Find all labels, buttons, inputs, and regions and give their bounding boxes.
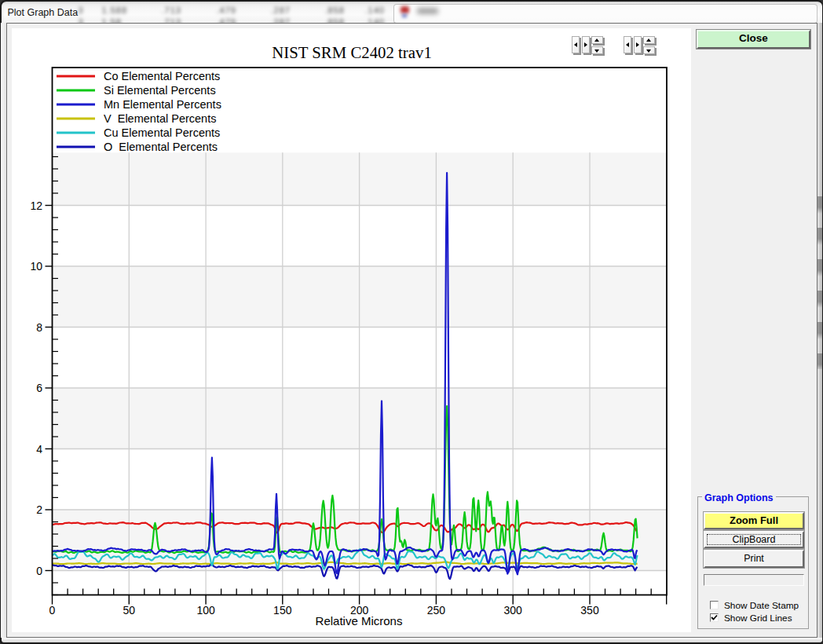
svg-text:12: 12: [30, 199, 42, 212]
svg-text:Si Elemental Percents: Si Elemental Percents: [104, 84, 216, 97]
svg-text:150: 150: [273, 604, 292, 617]
svg-text:350: 350: [580, 604, 599, 617]
svg-text:Co Elemental Percents: Co Elemental Percents: [104, 70, 220, 82]
svg-text:Relative Microns: Relative Microns: [316, 614, 403, 628]
svg-text:2: 2: [36, 503, 42, 516]
svg-text:NIST SRM C2402 trav1: NIST SRM C2402 trav1: [272, 43, 432, 61]
svg-text:4: 4: [36, 443, 42, 456]
svg-text:0: 0: [36, 565, 42, 577]
svg-text:300: 300: [504, 604, 523, 617]
svg-text:Mn Elemental Percents: Mn Elemental Percents: [104, 98, 221, 111]
svg-text:V Elemental Percents: V Elemental Percents: [104, 112, 216, 125]
svg-text:6: 6: [36, 382, 42, 394]
svg-text:0: 0: [49, 604, 56, 617]
svg-text:Cu Elemental Percents: Cu Elemental Percents: [104, 126, 220, 139]
svg-text:100: 100: [196, 604, 215, 617]
svg-text:O Elemental Percents: O Elemental Percents: [104, 141, 218, 153]
svg-text:50: 50: [123, 604, 136, 617]
svg-text:10: 10: [30, 260, 42, 273]
svg-text:250: 250: [427, 604, 446, 617]
svg-text:8: 8: [36, 321, 42, 334]
